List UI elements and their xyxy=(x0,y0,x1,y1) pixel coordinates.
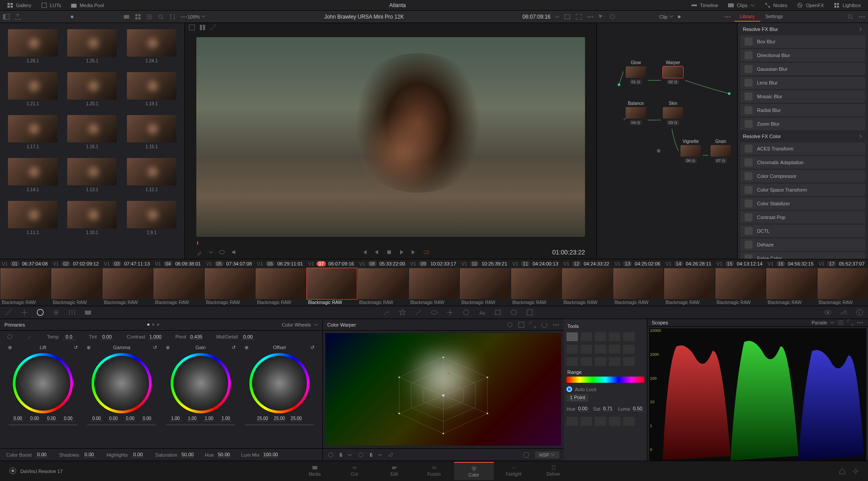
home-icon[interactable] xyxy=(839,468,846,475)
settings-icon[interactable] xyxy=(852,468,859,475)
primaries-mode-dropdown[interactable]: Color Wheels xyxy=(282,322,318,327)
page-dot[interactable] xyxy=(157,323,159,326)
hue-value[interactable]: 0.00 xyxy=(578,406,589,412)
wand-icon[interactable] xyxy=(414,308,422,316)
wt-reset2[interactable] xyxy=(581,417,592,426)
gallery-still[interactable]: 1.19.1 xyxy=(125,72,178,106)
fx-settings-tab[interactable]: Settings xyxy=(760,12,788,22)
tool-d[interactable] xyxy=(609,345,620,354)
wheel-value[interactable]: 0.00 xyxy=(28,416,41,421)
more-icon[interactable] xyxy=(180,13,187,20)
loop-icon[interactable] xyxy=(423,249,430,256)
gallery-still[interactable]: 1.17.1 xyxy=(6,115,59,149)
info-icon[interactable]: i xyxy=(856,308,864,316)
grid2-value[interactable]: 6 xyxy=(370,452,372,458)
wt-reset1[interactable] xyxy=(566,417,578,426)
strip-clip[interactable]: Blackmagic RAW xyxy=(562,268,612,306)
color-wheel[interactable] xyxy=(13,353,73,413)
sort-icon[interactable] xyxy=(169,13,176,20)
more-icon[interactable] xyxy=(587,13,594,20)
window-icon[interactable] xyxy=(430,308,438,316)
key-icon[interactable] xyxy=(526,308,534,316)
pin-tool[interactable] xyxy=(595,332,606,341)
gallery-still[interactable]: 1.13.1 xyxy=(65,158,119,192)
strip-clip[interactable]: Blackmagic RAW xyxy=(153,268,204,306)
fx-item[interactable]: Color Compressor xyxy=(740,170,865,182)
wheel-value[interactable]: 0.00 xyxy=(45,416,57,421)
gallery-still[interactable]: 1.15.1 xyxy=(125,115,178,149)
camera-icon[interactable] xyxy=(84,308,92,316)
node-warper[interactable]: Warper02 ◷ xyxy=(661,60,685,85)
curves-icon[interactable] xyxy=(4,308,12,316)
viewer-mode-icon[interactable] xyxy=(564,13,571,20)
wheel-slider[interactable] xyxy=(8,424,78,426)
more-icon[interactable] xyxy=(724,13,731,20)
wt-reset4[interactable] xyxy=(609,417,620,426)
wheel-reset-icon[interactable]: ↺ xyxy=(74,345,78,350)
points-dropdown[interactable]: 1 Point xyxy=(566,394,589,401)
text-icon[interactable]: Aa xyxy=(478,308,486,316)
prev-clip-icon[interactable] xyxy=(361,249,368,256)
fx-item[interactable]: DCTL xyxy=(740,225,865,237)
scopes-mode-dropdown[interactable]: Parade xyxy=(812,319,864,326)
sizing-icon[interactable] xyxy=(494,308,502,316)
node-balance[interactable]: Balance04 ◷ xyxy=(623,101,648,125)
step-back-icon[interactable] xyxy=(373,249,380,256)
mediapool-tab[interactable]: Media Pool xyxy=(66,1,108,10)
picker-icon[interactable] xyxy=(27,333,34,340)
push-tool[interactable] xyxy=(623,332,635,341)
wheel-reset-icon[interactable]: ↺ xyxy=(310,345,314,350)
gallery-still[interactable]: 1.20.1 xyxy=(65,72,119,106)
gallery-still[interactable]: 1.24.1 xyxy=(125,29,178,63)
gallery-still[interactable]: 1.16.1 xyxy=(65,115,119,149)
wheel-slider[interactable] xyxy=(87,424,157,426)
wheel-reset-icon[interactable]: ↺ xyxy=(153,345,157,350)
wheel-reset-icon[interactable]: ⊕ xyxy=(166,345,170,350)
reset-icon[interactable] xyxy=(541,321,548,328)
color-wheel-icon[interactable] xyxy=(523,451,530,458)
tracker-icon[interactable] xyxy=(446,308,454,316)
more-icon[interactable] xyxy=(857,319,864,326)
wheel-reset-icon[interactable]: ⊕ xyxy=(87,345,91,350)
node-editor[interactable]: Glow01 ◷Warper02 ◷Balance04 ◷Skin03 ◷Vig… xyxy=(597,23,737,259)
tint-value[interactable]: 0.00 xyxy=(100,334,114,340)
expand-icon[interactable] xyxy=(529,321,536,328)
wheel-slider[interactable] xyxy=(245,424,314,426)
clips-tab[interactable]: Clips xyxy=(723,1,759,10)
node-vignette[interactable]: Vignette06 ◷ xyxy=(678,139,703,163)
fx-item[interactable]: Contrast Pop xyxy=(740,211,865,223)
wheel-value[interactable]: 1.00 xyxy=(203,416,215,421)
tool-a[interactable] xyxy=(566,345,578,354)
highlights-value[interactable]: 0.00 xyxy=(131,452,145,458)
fx-section-header[interactable]: Resolve FX Blur xyxy=(738,23,868,35)
colorboost-value[interactable]: 0.00 xyxy=(35,452,48,458)
fx-item[interactable]: Gaussian Blur xyxy=(740,63,865,75)
search-icon[interactable] xyxy=(847,13,854,20)
temp-value[interactable]: 0.0 xyxy=(62,334,76,340)
tool-h[interactable] xyxy=(595,357,606,366)
node-grain[interactable]: Grain07 ◷ xyxy=(708,139,733,163)
hue-value[interactable]: 50.00 xyxy=(217,452,230,458)
match-icon[interactable] xyxy=(20,308,28,316)
more-icon[interactable] xyxy=(858,13,865,20)
expand-icon[interactable] xyxy=(575,13,582,20)
lummix-value[interactable]: 100.00 xyxy=(263,452,278,458)
page-fusion[interactable]: Fusion xyxy=(414,462,454,480)
fx-item[interactable]: Chromatic Adaptation xyxy=(740,156,865,169)
warper-grid-icon[interactable] xyxy=(518,321,525,328)
tool-f[interactable] xyxy=(566,357,578,366)
fx-tool-icon[interactable] xyxy=(609,13,616,20)
strip-clip[interactable]: Blackmagic RAW xyxy=(409,268,459,306)
wheel-value[interactable]: 0.00 xyxy=(62,416,74,421)
sat-value[interactable]: 0.71 xyxy=(603,406,615,412)
page-deliver[interactable]: Deliver xyxy=(534,462,574,480)
page-cut[interactable]: Cut xyxy=(335,462,375,480)
fx-item[interactable]: Box Blur xyxy=(740,35,865,48)
page-color[interactable]: Color xyxy=(454,462,494,480)
fx-item[interactable]: Directional Blur xyxy=(740,49,865,62)
wheel-value[interactable]: 0.00 xyxy=(107,416,119,421)
warper-icon[interactable] xyxy=(398,308,406,316)
stills-icon[interactable] xyxy=(123,13,130,20)
node-skin[interactable]: Skin03 ◷ xyxy=(661,101,685,125)
strip-clip[interactable]: Blackmagic RAW xyxy=(511,268,562,306)
